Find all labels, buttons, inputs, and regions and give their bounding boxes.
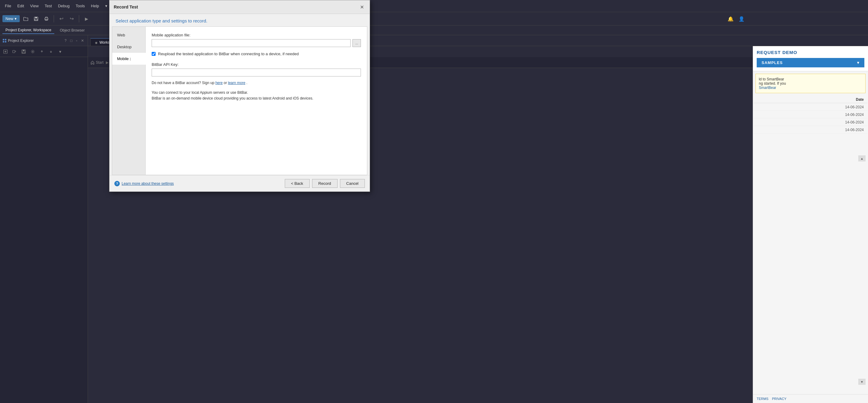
add-item-tool[interactable]	[10, 47, 19, 56]
dialog-titlebar: Record Test ✕	[110, 0, 370, 14]
file-input-row: ...	[152, 39, 361, 47]
undo-button[interactable]: ↩	[57, 15, 65, 23]
mobile-tab-cursor: |	[130, 57, 131, 61]
menu-more[interactable]: ▾	[103, 2, 110, 9]
add-project-tool[interactable]	[1, 47, 10, 56]
welcome-text-2: ng started. If you	[759, 81, 862, 86]
sidebar-scroll-down-button[interactable]: ▼	[858, 379, 866, 385]
menu-view[interactable]: View	[28, 2, 41, 9]
content-path: ▶	[106, 60, 108, 65]
save-button[interactable]	[32, 15, 40, 23]
svg-rect-13	[23, 52, 25, 53]
panel-maximize-icon[interactable]: ▫	[75, 38, 79, 44]
project-explorer-title: Project Explorer	[8, 38, 62, 43]
menu-edit[interactable]: Edit	[15, 2, 26, 9]
welcome-link[interactable]: SmartBear	[759, 86, 776, 90]
privacy-link[interactable]: PRIVACY	[772, 397, 786, 401]
info-block: You can connect to your local Appium ser…	[152, 90, 361, 102]
samples-button[interactable]: SAMPLES ▾	[757, 58, 864, 67]
dialog-close-icon: ✕	[360, 4, 364, 10]
dialog-body: Web Desktop Mobile | Mobile application …	[112, 26, 367, 175]
period: .	[246, 81, 247, 85]
desktop-tab[interactable]: Desktop	[112, 41, 145, 53]
user-avatar[interactable]: 👤	[737, 15, 746, 23]
date-col-header: Date	[754, 96, 867, 103]
mobile-tab[interactable]: Mobile |	[112, 53, 146, 65]
api-key-input[interactable]	[152, 68, 361, 77]
open-button[interactable]	[22, 15, 30, 23]
mobile-tab-label: Mobile	[117, 56, 129, 61]
samples-dropdown-icon: ▾	[857, 60, 860, 65]
date-row-1: 14-06-2024	[754, 104, 867, 111]
info-line-1: You can connect to your local Appium ser…	[152, 90, 361, 95]
date-row-2: 14-06-2024	[754, 111, 867, 118]
or-text: or	[224, 81, 228, 85]
terms-link[interactable]: TERMS	[757, 397, 769, 401]
move-down-tool[interactable]	[47, 47, 55, 56]
record-test-dialog: Record Test ✕ Select application type an…	[109, 0, 370, 192]
svg-rect-12	[23, 50, 25, 51]
mobile-content: Mobile application file: ... Reupload th…	[146, 27, 367, 175]
no-account-text: Do not have a BitBar account? Sign up he…	[152, 80, 361, 86]
left-panel-header: Project Explorer ? □ ▫ ✕	[0, 35, 88, 46]
menu-help[interactable]: Help	[89, 2, 102, 9]
right-sidebar: REQUEST DEMO SAMPLES ▾ ld to SmartBear n…	[753, 46, 868, 403]
svg-rect-6	[5, 39, 6, 40]
here-link[interactable]: here	[215, 81, 223, 85]
new-label: New	[5, 17, 13, 21]
print-button[interactable]	[42, 15, 51, 23]
home-icon	[90, 60, 95, 65]
request-demo-button[interactable]: REQUEST DEMO	[757, 50, 797, 55]
object-browser-tab[interactable]: Object Browser	[57, 27, 88, 34]
toolbar-separator-1	[54, 15, 54, 23]
svg-rect-2	[35, 19, 37, 20]
panel-close-icon[interactable]: ✕	[80, 38, 85, 44]
cancel-button[interactable]: Cancel	[340, 179, 365, 188]
new-button[interactable]: New ▾	[2, 15, 20, 22]
project-explorer-tab[interactable]: Project Explorer, Workspace	[2, 27, 54, 34]
svg-rect-10	[13, 50, 15, 53]
learn-more-link[interactable]: learn more	[228, 81, 245, 85]
menu-file[interactable]: File	[2, 2, 14, 9]
browse-button[interactable]: ...	[352, 39, 361, 47]
reupload-checkbox[interactable]	[152, 52, 156, 56]
notification-bell[interactable]: 🔔	[726, 15, 735, 23]
reupload-row: Reupload the tested application to BitBa…	[152, 51, 361, 57]
menu-debug[interactable]: Debug	[56, 2, 72, 9]
menu-test[interactable]: Test	[42, 2, 54, 9]
svg-rect-5	[3, 39, 4, 40]
help-link[interactable]: ? Learn more about these settings	[114, 181, 174, 186]
redo-button[interactable]: ↪	[67, 15, 76, 23]
info-line-2: BitBar is an on-demand mobile device clo…	[152, 95, 361, 102]
left-panel-toolbar: ▾	[0, 46, 88, 57]
move-up-tool[interactable]	[38, 47, 46, 56]
new-dropdown-icon: ▾	[14, 17, 17, 21]
run-button[interactable]: ▶	[82, 15, 91, 23]
toolbar-separator-2	[79, 15, 79, 23]
dialog-subtitle: Select application type and settings to …	[110, 14, 370, 26]
reupload-label: Reupload the tested application to BitBa…	[158, 51, 299, 57]
more-options-tool[interactable]: ▾	[56, 47, 64, 56]
welcome-box: ld to SmartBear ng started. If you Smart…	[755, 74, 866, 93]
file-input[interactable]	[152, 39, 350, 47]
record-button[interactable]: Record	[312, 179, 338, 188]
file-label: Mobile application file:	[152, 33, 361, 37]
panel-help-icon[interactable]: ?	[63, 38, 68, 44]
menu-tools[interactable]: Tools	[73, 2, 87, 9]
web-tab[interactable]: Web	[112, 29, 145, 41]
sidebar-footer: TERMS PRIVACY	[753, 394, 868, 403]
web-tab-label: Web	[117, 33, 125, 37]
start-label: Start	[96, 60, 103, 65]
dialog-tab-sidebar: Web Desktop Mobile |	[112, 27, 146, 175]
config-tool[interactable]	[29, 47, 37, 56]
dialog-close-button[interactable]: ✕	[358, 3, 366, 10]
dialog-title: Record Test	[114, 4, 138, 9]
desktop-tab-label: Desktop	[117, 45, 132, 49]
sidebar-scroll-up-button[interactable]: ▲	[858, 155, 866, 162]
save-tool[interactable]	[20, 47, 28, 56]
record-label: Record	[318, 181, 331, 186]
no-account-prefix: Do not have a BitBar account? Sign up	[152, 81, 215, 85]
dates-table: Date 14-06-2024 14-06-2024 14-06-2024 14…	[753, 95, 868, 134]
back-button[interactable]: < Back	[285, 179, 310, 188]
panel-minimize-icon[interactable]: □	[69, 38, 73, 44]
